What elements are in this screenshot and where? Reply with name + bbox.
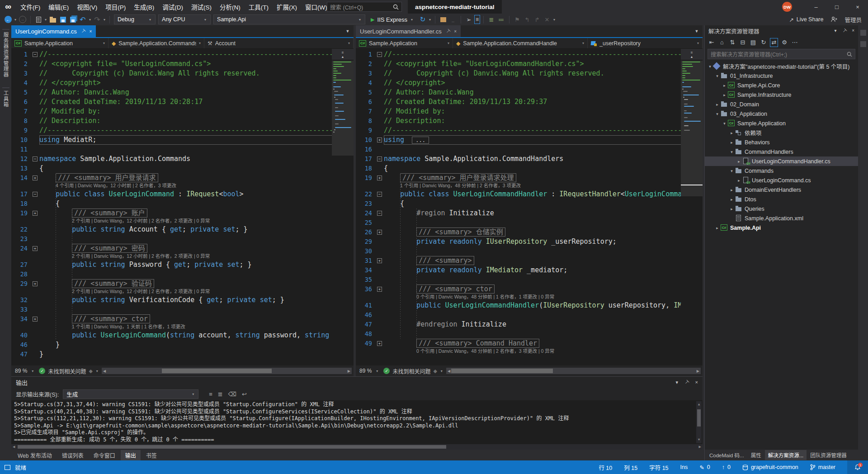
quick-search-box[interactable]: 搜索 (Ctrl+Q) [327,2,402,12]
fold-toggle-icon[interactable]: + [33,317,38,322]
solexp-tab[interactable]: CodeMaid 码... [706,450,747,460]
code-line[interactable]: 3// Copyright (c) Danvic.Wang All rights… [11,69,354,78]
fold-toggle-icon[interactable]: − [377,156,382,161]
tree-item[interactable]: ▸02_Domain [705,100,858,109]
solution-search-box[interactable]: 搜索解决方案资源管理器(Ctrl+;) [708,49,855,59]
output-horizontal-scrollbar[interactable]: ◀▶ [11,444,703,450]
zoom-level-combo[interactable]: 89 %▾ [358,368,381,374]
code-line[interactable]: 49+ /// <summary> Command Handler [356,339,703,348]
code-line[interactable]: 5// Author: Danvic.Wang [356,88,703,97]
sync-with-active-document-icon[interactable]: ⇄ [770,38,778,47]
code-line[interactable]: 18{ [356,164,703,173]
code-line[interactable]: 47 #endregion Initizalize [356,320,703,329]
code-editor[interactable]: 1−//------------------------------------… [11,49,354,365]
settings-icon[interactable]: ⚙ [780,38,788,47]
code-line[interactable]: 8// Description: [11,116,354,126]
back-dropdown[interactable]: ▾ [14,18,17,22]
start-debugging-button[interactable]: ▶ IIS Express ▾ [367,16,417,23]
undo-button[interactable]: ↶ [78,14,87,24]
fold-toggle-icon[interactable]: − [377,52,382,57]
tree-item[interactable]: ▸Behaviors [705,137,858,147]
code-line[interactable]: 6// Created DateTime: 2019/11/13 20:28:1… [11,97,354,107]
code-line[interactable]: 27 public string Password { get; private… [11,260,354,270]
breadcrumb-member[interactable]: _userRepository▾ [588,38,703,48]
bottom-panel-tab[interactable]: 错误列表 [57,450,88,460]
feedback-person-icon[interactable] [830,16,837,23]
codelens-indicator[interactable]: 0 个引用 | Danvic Wang，48 分钟前 | 2 名作者，3 项更改… [356,348,703,355]
fold-toggle-icon[interactable]: + [33,246,38,251]
solexp-tab[interactable]: 团队资源管理器 [807,450,850,460]
tree-expander-icon[interactable]: ▾ [728,150,735,154]
pin-icon[interactable]: ⊤ [444,28,451,35]
insert-mode-indicator[interactable]: Ins [680,464,688,470]
tree-expander-icon[interactable]: ▸ [721,93,728,97]
solexp-tab[interactable]: 解决方案资源... [765,450,807,460]
code-line[interactable]: 46 [356,310,703,320]
code-line[interactable]: 9//-------------------------------------… [356,126,703,135]
tree-item[interactable]: ▸C#UserLoginCommand.cs [705,175,858,185]
horizontal-scrollbar[interactable]: ◀ ▶ [102,368,352,374]
platform-combo[interactable]: Any CPU▾ [158,14,211,24]
menu-item[interactable]: 视图(V) [73,0,101,14]
navigate-back-button[interactable]: ← [4,14,13,24]
breadcrumb-member[interactable]: ⚒Account▾ [204,38,354,48]
tree-item[interactable]: ▾03_Application [705,109,858,118]
code-line[interactable]: 7// Modified by: [356,107,703,116]
startup-project-combo[interactable]: Sample.Api▾ [213,14,365,24]
tree-expander-icon[interactable]: ▸ [714,226,721,230]
fold-toggle-icon[interactable]: + [377,341,382,346]
close-button[interactable]: × [847,0,868,14]
code-line[interactable]: 47} [11,350,354,359]
redo-dropdown[interactable]: ▾ [103,18,106,22]
code-line[interactable]: 10+using ... [356,135,703,145]
code-line[interactable]: 29 private readonly IUserRepository _use… [356,237,703,246]
undo-dropdown[interactable]: ▾ [88,18,92,22]
window-position-dropdown-icon[interactable]: ▾ [675,379,678,385]
tree-expander-icon[interactable]: ▸ [714,102,721,107]
save-all-button[interactable] [68,14,77,24]
code-line[interactable]: 13{ [11,164,354,173]
tree-item[interactable]: ▾CommandHandlers [705,147,858,156]
word-wrap-icon[interactable]: ↩ [242,391,247,398]
tree-item[interactable]: Sample.Application.xml [705,213,858,223]
prev-bookmark-button[interactable]: ↰ [523,14,532,24]
background-task-icon[interactable] [5,465,10,470]
fold-toggle-icon[interactable]: + [377,230,382,235]
code-line[interactable]: 31+ /// <summary> [356,256,703,265]
code-line[interactable]: 34 private readonly IMediator _mediator; [356,265,703,275]
tree-expander-icon[interactable]: ▾ [728,169,735,173]
tree-expander-icon[interactable]: ▾ [714,74,721,78]
more-icon[interactable]: ⋯ [791,38,799,47]
horizontal-scrollbar[interactable]: ◀ ▶ [446,368,701,374]
tree-item[interactable]: ▾C#Sample.Application [705,118,858,128]
code-line[interactable]: 46 } [11,340,354,350]
tree-expander-icon[interactable]: ▾ [714,112,721,116]
fold-toggle-icon[interactable]: − [377,211,382,216]
pin-icon[interactable]: ⊤ [840,28,848,35]
breadcrumb-type[interactable]: ◆Sample.Application.Commands.UserI▾ [108,38,204,48]
bottom-panel-tab[interactable]: Web 发布活动 [13,450,57,460]
tree-item[interactable]: ▾解决方案"aspnetcore-mediatr-tutorial"(第 5 个… [705,62,858,71]
refresh-button[interactable]: ↻ [418,14,427,24]
code-line[interactable]: 29+ /// <summary> 验证码 [11,279,354,289]
output-vertical-scrollbar[interactable]: ▲▼ [696,401,702,443]
code-line[interactable]: 32 public string VerificationCode { get;… [11,295,354,305]
menu-item[interactable]: 编辑(E) [44,0,73,14]
tree-item[interactable]: ▾Commands [705,166,858,175]
fold-toggle-icon[interactable]: − [33,52,38,57]
code-line[interactable]: 48 [356,329,703,339]
toolbar-overflow[interactable]: ▾ [552,18,556,22]
code-line[interactable]: 7// Modified by: [11,107,354,116]
menu-item[interactable]: 调试(D) [158,0,187,14]
right-strip-icon[interactable] [860,41,866,47]
pin-icon[interactable]: ⊤ [80,28,87,35]
line-indicator[interactable]: 行 10 [599,463,612,472]
codelens-indicator[interactable]: 1 个引用 | Danvic Wang，48 分钟前 | 2 名作者，3 项更改 [356,183,703,190]
code-line[interactable]: 34+ /// <summary> ctor [11,314,354,324]
menu-item[interactable]: 项目(P) [101,0,130,14]
menu-item[interactable]: 分析(N) [216,0,245,14]
open-file-button[interactable] [48,14,57,24]
breadcrumb-project[interactable]: C#Sample.Application▾ [356,38,453,48]
tree-item[interactable]: ▸DomainEventHandlers [705,185,858,194]
home-icon[interactable]: ⌂ [718,38,726,47]
